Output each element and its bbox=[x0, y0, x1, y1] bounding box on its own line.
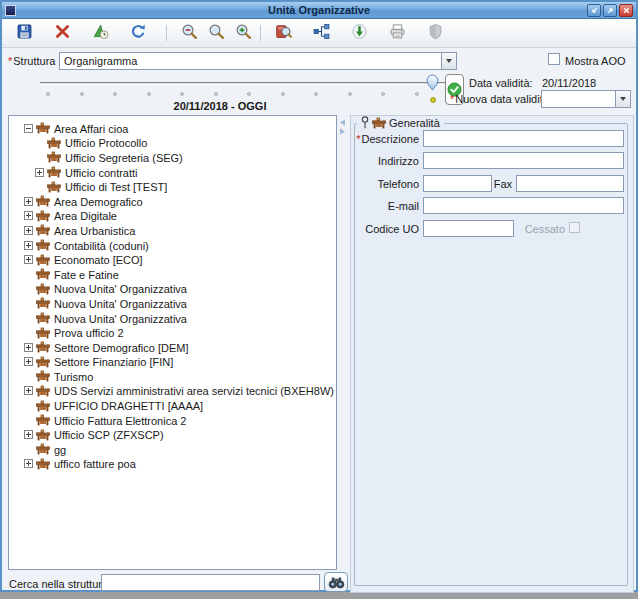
validity-button[interactable] bbox=[88, 21, 112, 45]
nuova-data-combobox[interactable] bbox=[541, 90, 631, 108]
tree-item[interactable]: Area Digitale bbox=[9, 209, 336, 224]
date-slider-thumb[interactable] bbox=[426, 74, 439, 92]
descrizione-field[interactable] bbox=[423, 130, 624, 147]
desk-icon bbox=[47, 137, 61, 149]
close-button[interactable] bbox=[619, 4, 633, 17]
tree-item[interactable]: Settore Finanziario [FIN] bbox=[9, 355, 336, 370]
refresh-icon bbox=[130, 23, 147, 43]
tree-item[interactable]: UFFICIO DRAGHETTI [AAAA] bbox=[9, 398, 336, 413]
indirizzo-field[interactable] bbox=[423, 152, 624, 169]
tree-item[interactable]: Ufficio di Test [TEST] bbox=[9, 179, 336, 194]
tree-item[interactable]: gg bbox=[9, 442, 336, 457]
tree-expander-plus-icon[interactable] bbox=[24, 241, 33, 250]
tree-item[interactable]: Fate e Fatine bbox=[9, 267, 336, 282]
titlebar[interactable]: Unità Organizzative bbox=[2, 2, 636, 19]
tree-expander-plus-icon[interactable] bbox=[24, 430, 33, 439]
tree-indent-spacer bbox=[24, 445, 33, 454]
tree-item[interactable]: Area Demografico bbox=[9, 194, 336, 209]
tree-expander-plus-icon[interactable] bbox=[24, 211, 33, 220]
tree-item[interactable]: Nuova Unita' Organizzativa bbox=[9, 311, 336, 326]
split-divider[interactable] bbox=[339, 119, 347, 137]
desk-icon bbox=[36, 254, 50, 266]
tree-expander-minus-icon[interactable] bbox=[24, 124, 33, 133]
tree-expander-plus-icon[interactable] bbox=[35, 168, 44, 177]
tree-item[interactable]: Economato [ECO] bbox=[9, 252, 336, 267]
print-button[interactable] bbox=[385, 21, 409, 45]
toolbar bbox=[2, 19, 636, 48]
mostra-aoo-checkbox[interactable] bbox=[548, 53, 560, 65]
search-label: Cerca nella struttura bbox=[9, 578, 108, 590]
slider-tick bbox=[180, 92, 184, 96]
desk-icon bbox=[36, 268, 50, 280]
tree-item[interactable]: uffico fatture poa bbox=[9, 457, 336, 472]
tree-item-label: Area Digitale bbox=[54, 209, 117, 222]
slider-tick bbox=[46, 92, 50, 96]
email-field[interactable] bbox=[423, 197, 624, 214]
desk-icon bbox=[36, 429, 50, 441]
nuova-data-dropdown-button[interactable] bbox=[615, 91, 630, 107]
tree-expander-plus-icon[interactable] bbox=[24, 343, 33, 352]
tree-expander-plus-icon[interactable] bbox=[24, 226, 33, 235]
tree-item[interactable]: Area Urbanistica bbox=[9, 223, 336, 238]
minimize-button[interactable] bbox=[587, 4, 601, 17]
pushpin-icon[interactable] bbox=[361, 116, 369, 129]
window-title: Unità Organizzative bbox=[2, 4, 636, 16]
zoom-out-button[interactable] bbox=[177, 21, 201, 45]
nuova-data-label: *Nuova data validità bbox=[450, 93, 549, 105]
tree-expander-plus-icon[interactable] bbox=[24, 386, 33, 395]
tree-indent-spacer bbox=[35, 138, 44, 147]
zoom-out-icon bbox=[181, 23, 198, 43]
tree-indent-spacer bbox=[24, 314, 33, 323]
delete-button[interactable] bbox=[50, 21, 74, 45]
chevron-down-icon bbox=[620, 97, 626, 101]
tree-item[interactable]: Ufficio Protocollo bbox=[9, 136, 336, 151]
desk-icon bbox=[36, 224, 50, 236]
struttura-dropdown-button[interactable] bbox=[441, 53, 456, 69]
tree-expander-plus-icon[interactable] bbox=[24, 357, 33, 366]
email-label: E-mail bbox=[349, 200, 419, 212]
tree-expander-plus-icon[interactable] bbox=[24, 459, 33, 468]
struttura-combobox[interactable]: Organigramma bbox=[59, 52, 457, 70]
minimize-icon bbox=[590, 6, 599, 15]
save-button[interactable] bbox=[12, 21, 36, 45]
tree-item[interactable]: Area Affari cioa bbox=[9, 121, 336, 136]
tree-item[interactable]: UDS Servizi amministrativi area servizi … bbox=[9, 384, 336, 399]
search-button[interactable] bbox=[324, 572, 348, 592]
date-slider-track[interactable] bbox=[40, 82, 448, 85]
zoom-reset-icon bbox=[208, 23, 225, 43]
tree-indent-spacer bbox=[24, 416, 33, 425]
desk-icon bbox=[372, 117, 386, 129]
tree-item[interactable]: Ufficio SCP (ZFXSCP) bbox=[9, 427, 336, 442]
tree-item[interactable]: Turismo bbox=[9, 369, 336, 384]
search-input[interactable] bbox=[101, 574, 320, 591]
toolbar-separator bbox=[260, 25, 261, 41]
find-button[interactable] bbox=[271, 21, 295, 45]
import-button[interactable] bbox=[347, 21, 371, 45]
codice-uo-field[interactable] bbox=[423, 220, 514, 237]
fax-field[interactable] bbox=[516, 175, 624, 192]
struttura-value: Organigramma bbox=[60, 53, 441, 69]
org-tree-button[interactable] bbox=[309, 21, 333, 45]
tree-item-label: Nuova Unita' Organizzativa bbox=[54, 282, 187, 295]
security-button[interactable] bbox=[423, 21, 447, 45]
group-title-text: Generalità bbox=[389, 116, 440, 129]
tree-item[interactable]: Nuova Unita' Organizzativa bbox=[9, 282, 336, 297]
slider-tick bbox=[247, 92, 251, 96]
tree-item[interactable]: Prova ufficio 2 bbox=[9, 325, 336, 340]
tree-item[interactable]: Contabilità (coduni) bbox=[9, 238, 336, 253]
tree-item[interactable]: Settore Demografico [DEM] bbox=[9, 340, 336, 355]
zoom-in-button[interactable] bbox=[231, 21, 255, 45]
desk-icon bbox=[36, 458, 50, 470]
tree-item[interactable]: Ufficio contratti bbox=[9, 165, 336, 180]
maximize-button[interactable] bbox=[603, 4, 617, 17]
cessato-label: Cessato bbox=[517, 223, 565, 235]
tree-item[interactable]: Ufficio Fattura Elettronica 2 bbox=[9, 413, 336, 428]
zoom-reset-button[interactable] bbox=[204, 21, 228, 45]
tree-expander-plus-icon[interactable] bbox=[24, 197, 33, 206]
tree-item[interactable]: Nuova Unita' Organizzativa bbox=[9, 296, 336, 311]
tree-expander-plus-icon[interactable] bbox=[24, 255, 33, 264]
nuova-data-value bbox=[542, 91, 615, 107]
refresh-button[interactable] bbox=[126, 21, 150, 45]
security-icon bbox=[427, 23, 444, 43]
tree-item[interactable]: Ufficio Segreteria (SEG) bbox=[9, 150, 336, 165]
